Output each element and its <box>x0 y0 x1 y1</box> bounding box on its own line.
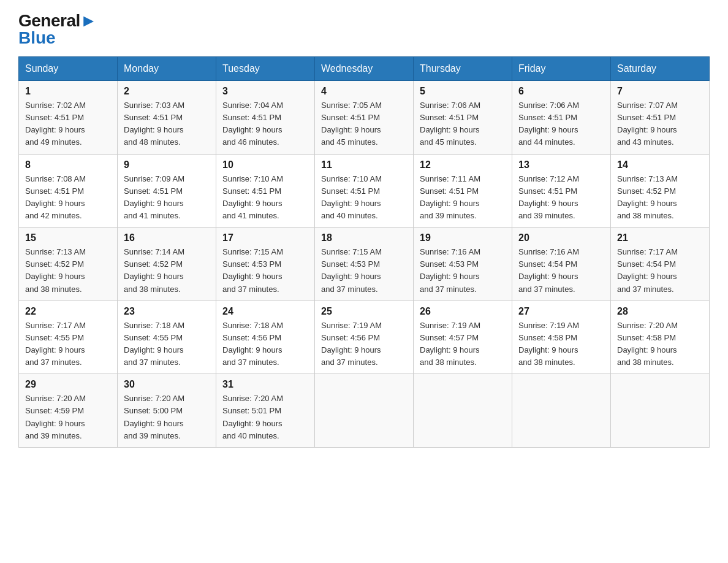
calendar-cell: 15 Sunrise: 7:13 AMSunset: 4:52 PMDaylig… <box>19 228 118 301</box>
calendar-cell: 28 Sunrise: 7:20 AMSunset: 4:58 PMDaylig… <box>611 301 710 374</box>
calendar-cell <box>414 374 512 448</box>
day-info: Sunrise: 7:13 AMSunset: 4:52 PMDaylight:… <box>25 246 111 296</box>
logo-general-text: General► <box>18 12 97 29</box>
day-info: Sunrise: 7:16 AMSunset: 4:53 PMDaylight:… <box>420 246 506 296</box>
day-number: 31 <box>222 379 308 390</box>
weekday-header-tuesday: Tuesday <box>216 57 315 81</box>
day-number: 4 <box>321 86 407 97</box>
day-number: 12 <box>420 159 506 170</box>
logo-blue-text: Blue <box>18 29 97 47</box>
day-number: 26 <box>420 306 506 317</box>
calendar-cell: 5 Sunrise: 7:06 AMSunset: 4:51 PMDayligh… <box>414 81 512 155</box>
day-info: Sunrise: 7:07 AMSunset: 4:51 PMDaylight:… <box>617 99 703 149</box>
day-number: 18 <box>321 232 407 243</box>
calendar-cell: 4 Sunrise: 7:05 AMSunset: 4:51 PMDayligh… <box>315 81 414 155</box>
calendar-cell: 20 Sunrise: 7:16 AMSunset: 4:54 PMDaylig… <box>512 228 611 301</box>
calendar-cell: 6 Sunrise: 7:06 AMSunset: 4:51 PMDayligh… <box>512 81 611 155</box>
week-row-3: 15 Sunrise: 7:13 AMSunset: 4:52 PMDaylig… <box>19 228 710 301</box>
day-info: Sunrise: 7:18 AMSunset: 4:55 PMDaylight:… <box>124 320 210 369</box>
calendar-cell: 18 Sunrise: 7:15 AMSunset: 4:53 PMDaylig… <box>315 228 414 301</box>
day-number: 14 <box>617 159 703 170</box>
calendar-cell: 30 Sunrise: 7:20 AMSunset: 5:00 PMDaylig… <box>118 374 216 448</box>
calendar-cell: 1 Sunrise: 7:02 AMSunset: 4:51 PMDayligh… <box>19 81 118 155</box>
day-info: Sunrise: 7:10 AMSunset: 4:51 PMDaylight:… <box>321 173 407 223</box>
day-info: Sunrise: 7:20 AMSunset: 5:00 PMDaylight:… <box>124 393 210 442</box>
calendar-cell <box>512 374 611 448</box>
calendar-cell: 16 Sunrise: 7:14 AMSunset: 4:52 PMDaylig… <box>118 228 216 301</box>
calendar-cell: 14 Sunrise: 7:13 AMSunset: 4:52 PMDaylig… <box>611 154 710 228</box>
day-number: 13 <box>518 159 604 170</box>
day-info: Sunrise: 7:20 AMSunset: 5:01 PMDaylight:… <box>222 393 308 442</box>
day-info: Sunrise: 7:20 AMSunset: 4:58 PMDaylight:… <box>617 320 703 369</box>
calendar-table: SundayMondayTuesdayWednesdayThursdayFrid… <box>18 56 710 448</box>
day-info: Sunrise: 7:09 AMSunset: 4:51 PMDaylight:… <box>124 173 210 223</box>
weekday-header-sunday: Sunday <box>19 57 118 81</box>
calendar-cell: 27 Sunrise: 7:19 AMSunset: 4:58 PMDaylig… <box>512 301 611 374</box>
calendar-cell: 12 Sunrise: 7:11 AMSunset: 4:51 PMDaylig… <box>414 154 512 228</box>
calendar-cell: 11 Sunrise: 7:10 AMSunset: 4:51 PMDaylig… <box>315 154 414 228</box>
logo: General► Blue <box>18 12 97 47</box>
calendar-cell: 17 Sunrise: 7:15 AMSunset: 4:53 PMDaylig… <box>216 228 315 301</box>
day-info: Sunrise: 7:20 AMSunset: 4:59 PMDaylight:… <box>25 393 111 442</box>
day-number: 9 <box>124 159 210 170</box>
day-info: Sunrise: 7:05 AMSunset: 4:51 PMDaylight:… <box>321 99 407 149</box>
day-number: 3 <box>222 86 308 97</box>
day-info: Sunrise: 7:18 AMSunset: 4:56 PMDaylight:… <box>222 320 308 369</box>
weekday-header-thursday: Thursday <box>414 57 512 81</box>
weekday-header-saturday: Saturday <box>611 57 710 81</box>
page-header: General► Blue <box>18 12 710 47</box>
calendar-cell: 23 Sunrise: 7:18 AMSunset: 4:55 PMDaylig… <box>118 301 216 374</box>
calendar-cell: 10 Sunrise: 7:10 AMSunset: 4:51 PMDaylig… <box>216 154 315 228</box>
day-number: 8 <box>25 159 111 170</box>
calendar-cell: 21 Sunrise: 7:17 AMSunset: 4:54 PMDaylig… <box>611 228 710 301</box>
day-info: Sunrise: 7:14 AMSunset: 4:52 PMDaylight:… <box>124 246 210 296</box>
day-info: Sunrise: 7:06 AMSunset: 4:51 PMDaylight:… <box>518 99 604 149</box>
day-number: 20 <box>518 232 604 243</box>
calendar-cell: 31 Sunrise: 7:20 AMSunset: 5:01 PMDaylig… <box>216 374 315 448</box>
calendar-cell: 22 Sunrise: 7:17 AMSunset: 4:55 PMDaylig… <box>19 301 118 374</box>
day-number: 15 <box>25 232 111 243</box>
weekday-header-friday: Friday <box>512 57 611 81</box>
weekday-header-monday: Monday <box>118 57 216 81</box>
day-info: Sunrise: 7:15 AMSunset: 4:53 PMDaylight:… <box>222 246 308 296</box>
day-number: 24 <box>222 306 308 317</box>
calendar-cell: 19 Sunrise: 7:16 AMSunset: 4:53 PMDaylig… <box>414 228 512 301</box>
day-info: Sunrise: 7:19 AMSunset: 4:56 PMDaylight:… <box>321 320 407 369</box>
weekday-header-row: SundayMondayTuesdayWednesdayThursdayFrid… <box>19 57 710 81</box>
day-info: Sunrise: 7:16 AMSunset: 4:54 PMDaylight:… <box>518 246 604 296</box>
day-number: 11 <box>321 159 407 170</box>
calendar-cell: 8 Sunrise: 7:08 AMSunset: 4:51 PMDayligh… <box>19 154 118 228</box>
week-row-1: 1 Sunrise: 7:02 AMSunset: 4:51 PMDayligh… <box>19 81 710 155</box>
calendar-cell <box>611 374 710 448</box>
week-row-4: 22 Sunrise: 7:17 AMSunset: 4:55 PMDaylig… <box>19 301 710 374</box>
day-info: Sunrise: 7:12 AMSunset: 4:51 PMDaylight:… <box>518 173 604 223</box>
day-info: Sunrise: 7:11 AMSunset: 4:51 PMDaylight:… <box>420 173 506 223</box>
calendar-cell <box>315 374 414 448</box>
day-number: 1 <box>25 86 111 97</box>
day-info: Sunrise: 7:02 AMSunset: 4:51 PMDaylight:… <box>25 99 111 149</box>
calendar-cell: 7 Sunrise: 7:07 AMSunset: 4:51 PMDayligh… <box>611 81 710 155</box>
day-number: 30 <box>124 379 210 390</box>
day-info: Sunrise: 7:15 AMSunset: 4:53 PMDaylight:… <box>321 246 407 296</box>
day-number: 17 <box>222 232 308 243</box>
day-number: 7 <box>617 86 703 97</box>
day-number: 27 <box>518 306 604 317</box>
week-row-2: 8 Sunrise: 7:08 AMSunset: 4:51 PMDayligh… <box>19 154 710 228</box>
calendar-cell: 3 Sunrise: 7:04 AMSunset: 4:51 PMDayligh… <box>216 81 315 155</box>
day-info: Sunrise: 7:08 AMSunset: 4:51 PMDaylight:… <box>25 173 111 223</box>
day-number: 6 <box>518 86 604 97</box>
day-number: 29 <box>25 379 111 390</box>
day-number: 22 <box>25 306 111 317</box>
day-info: Sunrise: 7:04 AMSunset: 4:51 PMDaylight:… <box>222 99 308 149</box>
day-info: Sunrise: 7:19 AMSunset: 4:57 PMDaylight:… <box>420 320 506 369</box>
calendar-cell: 2 Sunrise: 7:03 AMSunset: 4:51 PMDayligh… <box>118 81 216 155</box>
day-info: Sunrise: 7:03 AMSunset: 4:51 PMDaylight:… <box>124 99 210 149</box>
calendar-cell: 9 Sunrise: 7:09 AMSunset: 4:51 PMDayligh… <box>118 154 216 228</box>
day-number: 16 <box>124 232 210 243</box>
calendar-cell: 26 Sunrise: 7:19 AMSunset: 4:57 PMDaylig… <box>414 301 512 374</box>
day-number: 21 <box>617 232 703 243</box>
day-info: Sunrise: 7:17 AMSunset: 4:54 PMDaylight:… <box>617 246 703 296</box>
calendar-cell: 13 Sunrise: 7:12 AMSunset: 4:51 PMDaylig… <box>512 154 611 228</box>
day-number: 28 <box>617 306 703 317</box>
day-number: 23 <box>124 306 210 317</box>
